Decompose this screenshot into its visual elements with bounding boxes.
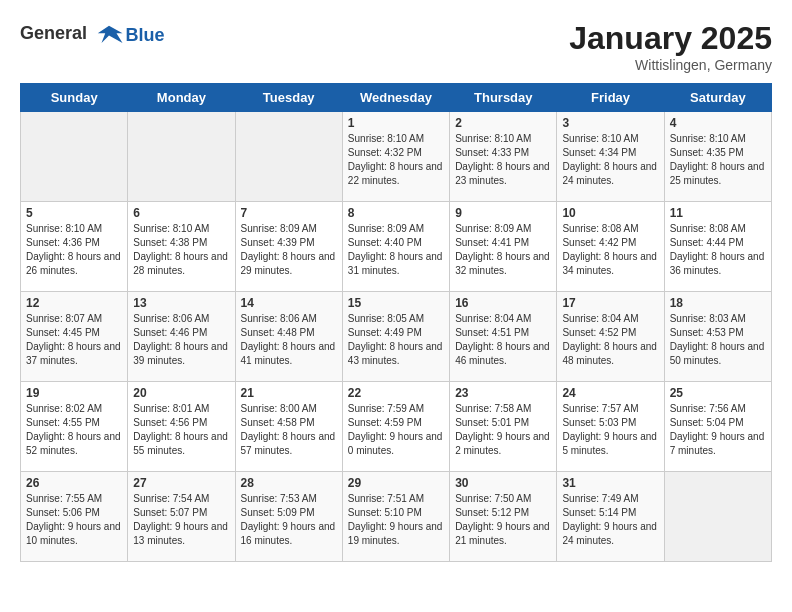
day-number: 30 [455, 476, 551, 490]
day-number: 14 [241, 296, 337, 310]
calendar-cell: 14Sunrise: 8:06 AM Sunset: 4:48 PM Dayli… [235, 292, 342, 382]
day-info: Sunrise: 8:10 AM Sunset: 4:33 PM Dayligh… [455, 132, 551, 188]
title-block: January 2025 Wittislingen, Germany [569, 20, 772, 73]
day-number: 3 [562, 116, 658, 130]
day-info: Sunrise: 8:06 AM Sunset: 4:48 PM Dayligh… [241, 312, 337, 368]
col-header-saturday: Saturday [664, 84, 771, 112]
calendar-header-row: SundayMondayTuesdayWednesdayThursdayFrid… [21, 84, 772, 112]
day-info: Sunrise: 8:08 AM Sunset: 4:42 PM Dayligh… [562, 222, 658, 278]
calendar-cell: 22Sunrise: 7:59 AM Sunset: 4:59 PM Dayli… [342, 382, 449, 472]
calendar-cell: 4Sunrise: 8:10 AM Sunset: 4:35 PM Daylig… [664, 112, 771, 202]
day-number: 7 [241, 206, 337, 220]
calendar-cell: 29Sunrise: 7:51 AM Sunset: 5:10 PM Dayli… [342, 472, 449, 562]
calendar-cell: 28Sunrise: 7:53 AM Sunset: 5:09 PM Dayli… [235, 472, 342, 562]
logo: General Blue [20, 20, 165, 50]
day-info: Sunrise: 8:10 AM Sunset: 4:35 PM Dayligh… [670, 132, 766, 188]
day-number: 25 [670, 386, 766, 400]
day-info: Sunrise: 8:07 AM Sunset: 4:45 PM Dayligh… [26, 312, 122, 368]
calendar-cell: 2Sunrise: 8:10 AM Sunset: 4:33 PM Daylig… [450, 112, 557, 202]
day-number: 15 [348, 296, 444, 310]
day-number: 27 [133, 476, 229, 490]
calendar-cell: 9Sunrise: 8:09 AM Sunset: 4:41 PM Daylig… [450, 202, 557, 292]
day-info: Sunrise: 8:02 AM Sunset: 4:55 PM Dayligh… [26, 402, 122, 458]
day-info: Sunrise: 7:51 AM Sunset: 5:10 PM Dayligh… [348, 492, 444, 548]
col-header-wednesday: Wednesday [342, 84, 449, 112]
calendar-cell [128, 112, 235, 202]
calendar-week-row: 1Sunrise: 8:10 AM Sunset: 4:32 PM Daylig… [21, 112, 772, 202]
day-number: 1 [348, 116, 444, 130]
logo-general: General [20, 23, 87, 43]
day-info: Sunrise: 8:10 AM Sunset: 4:36 PM Dayligh… [26, 222, 122, 278]
day-number: 22 [348, 386, 444, 400]
day-info: Sunrise: 8:09 AM Sunset: 4:40 PM Dayligh… [348, 222, 444, 278]
calendar-cell: 12Sunrise: 8:07 AM Sunset: 4:45 PM Dayli… [21, 292, 128, 382]
calendar-cell: 6Sunrise: 8:10 AM Sunset: 4:38 PM Daylig… [128, 202, 235, 292]
calendar-cell [21, 112, 128, 202]
col-header-thursday: Thursday [450, 84, 557, 112]
day-info: Sunrise: 8:09 AM Sunset: 4:39 PM Dayligh… [241, 222, 337, 278]
day-number: 10 [562, 206, 658, 220]
calendar-cell: 15Sunrise: 8:05 AM Sunset: 4:49 PM Dayli… [342, 292, 449, 382]
day-info: Sunrise: 7:57 AM Sunset: 5:03 PM Dayligh… [562, 402, 658, 458]
day-number: 28 [241, 476, 337, 490]
day-number: 29 [348, 476, 444, 490]
day-info: Sunrise: 7:54 AM Sunset: 5:07 PM Dayligh… [133, 492, 229, 548]
calendar-cell: 20Sunrise: 8:01 AM Sunset: 4:56 PM Dayli… [128, 382, 235, 472]
day-number: 16 [455, 296, 551, 310]
day-info: Sunrise: 8:03 AM Sunset: 4:53 PM Dayligh… [670, 312, 766, 368]
calendar-cell: 11Sunrise: 8:08 AM Sunset: 4:44 PM Dayli… [664, 202, 771, 292]
day-info: Sunrise: 8:04 AM Sunset: 4:52 PM Dayligh… [562, 312, 658, 368]
day-number: 13 [133, 296, 229, 310]
day-number: 12 [26, 296, 122, 310]
day-info: Sunrise: 7:49 AM Sunset: 5:14 PM Dayligh… [562, 492, 658, 548]
calendar-cell: 17Sunrise: 8:04 AM Sunset: 4:52 PM Dayli… [557, 292, 664, 382]
day-number: 31 [562, 476, 658, 490]
day-info: Sunrise: 7:50 AM Sunset: 5:12 PM Dayligh… [455, 492, 551, 548]
day-info: Sunrise: 8:08 AM Sunset: 4:44 PM Dayligh… [670, 222, 766, 278]
day-number: 18 [670, 296, 766, 310]
calendar-cell: 7Sunrise: 8:09 AM Sunset: 4:39 PM Daylig… [235, 202, 342, 292]
day-number: 8 [348, 206, 444, 220]
calendar-cell: 31Sunrise: 7:49 AM Sunset: 5:14 PM Dayli… [557, 472, 664, 562]
calendar-cell: 18Sunrise: 8:03 AM Sunset: 4:53 PM Dayli… [664, 292, 771, 382]
day-number: 19 [26, 386, 122, 400]
calendar-week-row: 5Sunrise: 8:10 AM Sunset: 4:36 PM Daylig… [21, 202, 772, 292]
day-number: 20 [133, 386, 229, 400]
month-title: January 2025 [569, 20, 772, 57]
day-number: 17 [562, 296, 658, 310]
location-subtitle: Wittislingen, Germany [569, 57, 772, 73]
calendar-cell: 21Sunrise: 8:00 AM Sunset: 4:58 PM Dayli… [235, 382, 342, 472]
calendar-cell: 16Sunrise: 8:04 AM Sunset: 4:51 PM Dayli… [450, 292, 557, 382]
day-number: 26 [26, 476, 122, 490]
day-number: 11 [670, 206, 766, 220]
calendar-cell [235, 112, 342, 202]
calendar-cell [664, 472, 771, 562]
day-info: Sunrise: 7:58 AM Sunset: 5:01 PM Dayligh… [455, 402, 551, 458]
day-info: Sunrise: 8:06 AM Sunset: 4:46 PM Dayligh… [133, 312, 229, 368]
col-header-monday: Monday [128, 84, 235, 112]
calendar-cell: 3Sunrise: 8:10 AM Sunset: 4:34 PM Daylig… [557, 112, 664, 202]
col-header-friday: Friday [557, 84, 664, 112]
calendar-cell: 5Sunrise: 8:10 AM Sunset: 4:36 PM Daylig… [21, 202, 128, 292]
day-info: Sunrise: 7:56 AM Sunset: 5:04 PM Dayligh… [670, 402, 766, 458]
calendar-cell: 23Sunrise: 7:58 AM Sunset: 5:01 PM Dayli… [450, 382, 557, 472]
day-info: Sunrise: 7:59 AM Sunset: 4:59 PM Dayligh… [348, 402, 444, 458]
day-info: Sunrise: 8:01 AM Sunset: 4:56 PM Dayligh… [133, 402, 229, 458]
svg-marker-0 [97, 26, 122, 43]
day-number: 9 [455, 206, 551, 220]
day-number: 24 [562, 386, 658, 400]
day-info: Sunrise: 8:05 AM Sunset: 4:49 PM Dayligh… [348, 312, 444, 368]
day-info: Sunrise: 8:09 AM Sunset: 4:41 PM Dayligh… [455, 222, 551, 278]
calendar-cell: 10Sunrise: 8:08 AM Sunset: 4:42 PM Dayli… [557, 202, 664, 292]
day-number: 5 [26, 206, 122, 220]
calendar-cell: 1Sunrise: 8:10 AM Sunset: 4:32 PM Daylig… [342, 112, 449, 202]
calendar-week-row: 12Sunrise: 8:07 AM Sunset: 4:45 PM Dayli… [21, 292, 772, 382]
col-header-tuesday: Tuesday [235, 84, 342, 112]
day-number: 2 [455, 116, 551, 130]
calendar-cell: 19Sunrise: 8:02 AM Sunset: 4:55 PM Dayli… [21, 382, 128, 472]
col-header-sunday: Sunday [21, 84, 128, 112]
day-info: Sunrise: 7:55 AM Sunset: 5:06 PM Dayligh… [26, 492, 122, 548]
logo-blue: Blue [126, 25, 165, 45]
calendar-cell: 8Sunrise: 8:09 AM Sunset: 4:40 PM Daylig… [342, 202, 449, 292]
calendar-week-row: 26Sunrise: 7:55 AM Sunset: 5:06 PM Dayli… [21, 472, 772, 562]
